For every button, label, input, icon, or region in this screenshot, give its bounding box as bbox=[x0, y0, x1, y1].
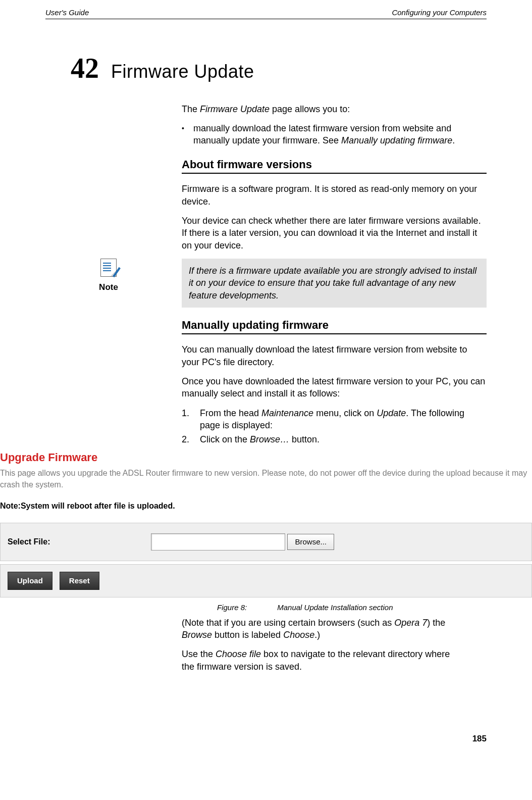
chapter-title: Firmware Update bbox=[111, 60, 254, 84]
intro-bullet-text: manually download the latest firmware ve… bbox=[193, 122, 487, 147]
intro-bullet: • manually download the latest firmware … bbox=[182, 122, 487, 147]
header-left: User's Guide bbox=[45, 8, 89, 18]
running-header: User's Guide Configuring your Computers bbox=[45, 8, 487, 19]
sec2-p2: Once you have downloaded the latest firm… bbox=[182, 375, 487, 400]
chapter-heading: 42 Firmware Update bbox=[45, 49, 487, 88]
sec1-p1: Firmware is a software program. It is st… bbox=[182, 183, 487, 208]
ss-file-label: Select File: bbox=[8, 536, 50, 547]
note-box: If there is a firmware update available … bbox=[182, 259, 487, 308]
sec1-p2: Your device can check whether there are … bbox=[182, 215, 487, 252]
ss-note: Note:System will reboot after file is up… bbox=[0, 501, 532, 512]
note-icon-area: Note bbox=[45, 259, 172, 448]
ss-title: Upgrade Firmware bbox=[0, 450, 532, 465]
note-icon bbox=[100, 259, 117, 277]
header-right: Configuring your Computers bbox=[392, 8, 487, 18]
figure-caption: Figure 8:Manual Update Installation sect… bbox=[217, 603, 487, 613]
ss-browse-button[interactable]: Browse... bbox=[287, 534, 334, 550]
page-number: 185 bbox=[45, 733, 487, 745]
bullet-icon: • bbox=[182, 122, 184, 147]
chapter-number: 42 bbox=[71, 49, 99, 88]
step-1: 1. From the head Maintenance menu, click… bbox=[182, 407, 487, 432]
note-label: Note bbox=[99, 282, 118, 292]
ss-desc: This page allows you upgrade the ADSL Ro… bbox=[0, 468, 532, 490]
step-2: 2. Click on the Browse… button. bbox=[182, 433, 487, 445]
ss-upload-button[interactable]: Upload bbox=[8, 572, 52, 590]
intro-para: The Firmware Update page allows you to: bbox=[182, 103, 487, 115]
ss-action-panel: Upload Reset bbox=[0, 564, 532, 597]
ss-file-input[interactable] bbox=[151, 533, 285, 551]
after-fig-p2: Use the Choose file box to navigate to t… bbox=[182, 648, 464, 673]
sec2-p1: You can manually download the latest fir… bbox=[182, 343, 487, 368]
section-heading-about: About firmware versions bbox=[182, 157, 487, 174]
ss-reset-button[interactable]: Reset bbox=[60, 572, 99, 590]
ss-file-panel: Select File: Browse... bbox=[0, 523, 532, 561]
embedded-screenshot: Upgrade Firmware This page allows you up… bbox=[0, 450, 532, 597]
section-heading-manual: Manually updating firmware bbox=[182, 318, 487, 335]
after-fig-p1: (Note that if you are using certain brow… bbox=[182, 617, 464, 641]
